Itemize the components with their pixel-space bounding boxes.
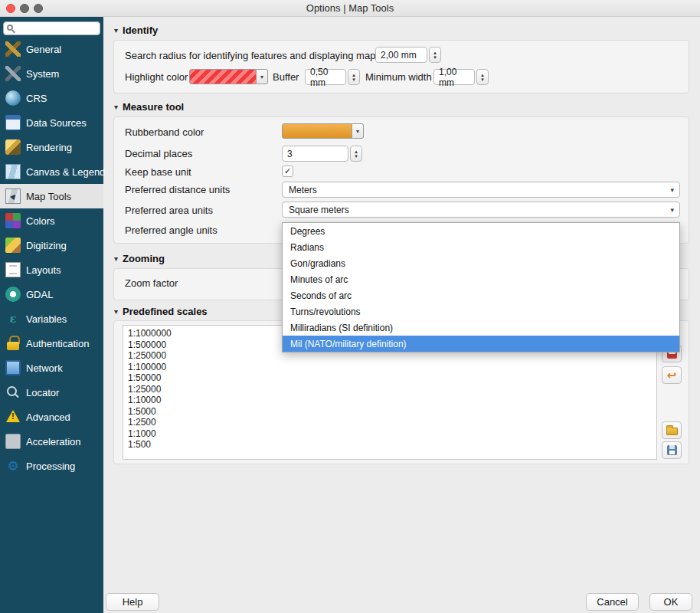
sidebar-item[interactable]: General <box>0 37 103 61</box>
zooming-section-header[interactable]: ▾ Zooming <box>114 253 165 264</box>
restore-default-scales-button[interactable]: ↩ <box>662 366 682 384</box>
chevron-down-icon[interactable]: ▾ <box>352 123 364 139</box>
folder-icon <box>666 428 678 435</box>
cancel-button[interactable]: Cancel <box>586 593 639 611</box>
area-units-value: Square meters <box>289 205 349 215</box>
area-units-label: Preferred area units <box>125 205 213 216</box>
angle-units-label: Preferred angle units <box>125 225 218 236</box>
sidebar-item[interactable]: Network <box>0 356 103 380</box>
search-radius-value[interactable]: 2,00 mm <box>375 47 427 63</box>
dropdown-option[interactable]: Milliradians (SI definition) <box>283 320 679 336</box>
sidebar-item[interactable]: Canvas & Legend <box>0 159 103 184</box>
network-icon <box>5 360 21 375</box>
sidebar: General System CRS Data Sources Renderin… <box>0 17 103 613</box>
export-scales-button[interactable] <box>662 441 682 459</box>
sidebar-item[interactable]: Locator <box>0 380 103 405</box>
sidebar-item[interactable]: Map Tools <box>0 184 103 208</box>
import-scales-button[interactable] <box>662 421 682 439</box>
layouts-icon <box>5 262 21 277</box>
sidebar-search-input[interactable] <box>3 21 100 35</box>
ok-button[interactable]: OK <box>649 593 692 611</box>
sidebar-item[interactable]: System <box>0 61 103 86</box>
decimal-places-value[interactable]: 3 <box>282 146 348 162</box>
sidebar-item[interactable]: Rendering <box>0 135 103 159</box>
stepper-down-icon[interactable]: ▾ <box>355 154 358 159</box>
sidebar-item[interactable]: Data Sources <box>0 110 103 135</box>
sidebar-item[interactable]: Authentication <box>0 331 103 356</box>
sidebar-item[interactable]: Acceleration <box>0 429 103 454</box>
sidebar-item[interactable]: Advanced <box>0 405 103 429</box>
sidebar-item[interactable]: Variables <box>0 306 103 331</box>
area-units-combobox[interactable]: Square meters ▾ <box>282 202 680 218</box>
scale-item[interactable]: 1:5000 <box>123 406 656 418</box>
scale-item[interactable]: 1:25000 <box>123 384 656 395</box>
stepper[interactable]: ▴▾ <box>429 47 441 63</box>
sidebar-item[interactable]: Processing <box>0 454 103 478</box>
scale-item[interactable]: 1:1000 <box>123 428 656 440</box>
predefined-scales-section-header[interactable]: ▾ Predefined scales <box>114 306 208 317</box>
scale-item[interactable]: 1:10000 <box>123 395 656 406</box>
sidebar-item[interactable]: Digitizing <box>0 233 103 257</box>
crs-icon <box>5 90 21 106</box>
buffer-value[interactable]: 0,50 mm <box>305 69 346 85</box>
dropdown-option[interactable]: Degrees <box>283 223 679 239</box>
identify-section-title: Identify <box>123 25 158 36</box>
locator-icon <box>5 385 21 400</box>
zooming-section-title: Zooming <box>123 253 165 264</box>
identify-section-header[interactable]: ▾ Identify <box>114 25 158 36</box>
save-icon <box>667 445 677 455</box>
minimum-width-value[interactable]: 1,00 mm <box>433 69 475 85</box>
window-title: Options | Map Tools <box>0 2 700 14</box>
help-button[interactable]: Help <box>106 593 159 611</box>
dropdown-option[interactable]: Turns/revolutions <box>283 303 679 320</box>
variables-icon <box>5 311 21 326</box>
minimum-width-spinbox[interactable]: 1,00 mm ▴▾ <box>433 69 489 85</box>
keep-base-unit-checkbox[interactable]: ✓ <box>282 166 293 177</box>
dropdown-option[interactable]: Mil (NATO/military definition) <box>283 336 679 352</box>
scale-item[interactable]: 1:500 <box>123 439 656 451</box>
sidebar-item[interactable]: Colors <box>0 208 103 233</box>
rubberband-color-label: Rubberband color <box>125 126 204 138</box>
measure-tool-section-header[interactable]: ▾ Measure tool <box>114 101 184 113</box>
digitizing-icon <box>5 238 21 253</box>
collapse-icon: ▾ <box>114 26 118 34</box>
dropdown-option[interactable]: Minutes of arc <box>283 271 679 287</box>
buffer-spinbox[interactable]: 0,50 mm ▴▾ <box>305 69 360 85</box>
rubberband-color-button[interactable]: ▾ <box>282 123 364 139</box>
dropdown-option[interactable]: Seconds of arc <box>283 287 679 303</box>
restore-icon: ↩ <box>667 369 677 381</box>
sidebar-list: General System CRS Data Sources Renderin… <box>0 37 103 478</box>
authentication-icon <box>5 336 21 351</box>
gdal-icon <box>5 287 21 302</box>
predefined-scales-section-title: Predefined scales <box>123 306 208 317</box>
collapse-icon: ▾ <box>114 254 118 263</box>
sidebar-item[interactable]: Layouts <box>0 257 103 282</box>
dropdown-option[interactable]: Gon/gradians <box>283 255 679 271</box>
stepper[interactable]: ▴▾ <box>348 69 360 85</box>
collapse-icon: ▾ <box>114 307 118 316</box>
stepper-down-icon[interactable]: ▾ <box>481 77 484 82</box>
sidebar-item[interactable]: GDAL <box>0 282 103 306</box>
titlebar: Options | Map Tools <box>0 0 700 17</box>
highlight-color-swatch <box>189 69 257 84</box>
decimal-places-spinbox[interactable]: 3 ▴▾ <box>282 146 362 162</box>
data-sources-icon <box>5 115 21 130</box>
sidebar-item[interactable]: CRS <box>0 86 103 110</box>
search-radius-spinbox[interactable]: 2,00 mm ▴▾ <box>375 47 441 63</box>
scale-item[interactable]: 1:2500 <box>123 417 656 428</box>
stepper-down-icon[interactable]: ▾ <box>433 55 437 60</box>
map-tools-icon <box>5 188 21 204</box>
highlight-color-button[interactable]: ▾ <box>189 69 268 84</box>
measure-tool-section-title: Measure tool <box>123 101 184 113</box>
stepper[interactable]: ▴▾ <box>476 69 489 85</box>
highlight-color-label: Highlight color <box>125 71 188 83</box>
advanced-icon <box>5 409 21 425</box>
stepper[interactable]: ▴▾ <box>350 146 362 162</box>
scale-item[interactable]: 1:50000 <box>123 372 656 384</box>
chevron-down-icon[interactable]: ▾ <box>257 69 268 84</box>
stepper-down-icon[interactable]: ▾ <box>352 77 355 82</box>
zoom-factor-label: Zoom factor <box>125 277 178 289</box>
distance-units-combobox[interactable]: Meters ▾ <box>282 182 680 198</box>
scale-item[interactable]: 1:100000 <box>123 362 656 373</box>
dropdown-option[interactable]: Radians <box>283 239 679 255</box>
